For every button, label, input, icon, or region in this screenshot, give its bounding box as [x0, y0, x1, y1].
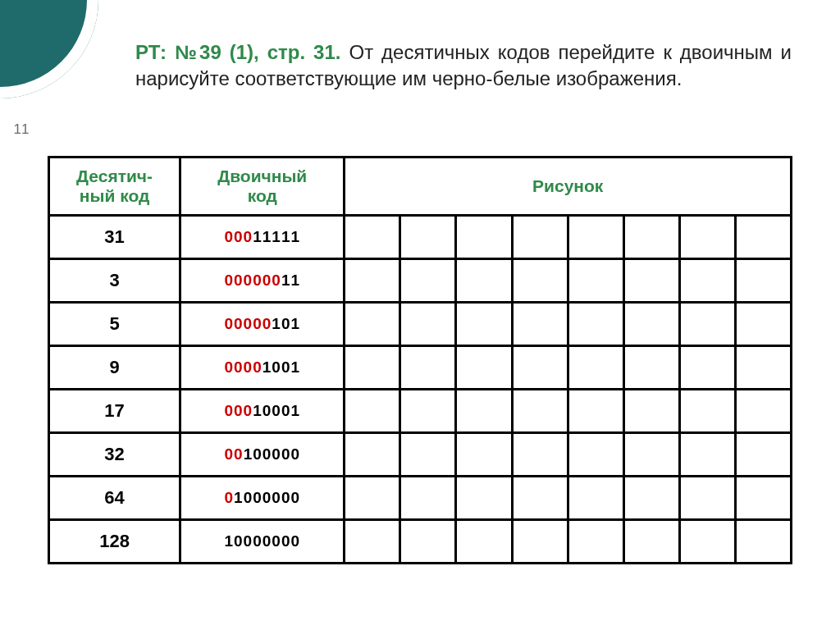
table-row: 900001001: [49, 346, 792, 390]
table-row: 1700010001: [49, 390, 792, 433]
table-row: 6401000000: [49, 477, 792, 520]
pixel-cell: [345, 259, 400, 303]
binary-significant: 11: [281, 272, 300, 289]
pixel-cell: [400, 216, 456, 259]
decimal-cell: 64: [49, 477, 180, 520]
pixel-cell: [568, 520, 623, 564]
binary-leading-zeros: 0: [224, 489, 234, 506]
decimal-cell: 5: [49, 303, 180, 346]
pixel-cell: [679, 390, 735, 433]
pixel-cell: [623, 390, 679, 433]
pixel-cell: [623, 303, 679, 346]
binary-significant: 10000000: [224, 532, 300, 550]
pixel-cell: [345, 520, 400, 564]
binary-cell: 01000000: [180, 477, 345, 520]
table-row: 3200100000: [49, 433, 792, 477]
pixel-cell: [345, 477, 400, 520]
pixel-cell: [568, 477, 623, 520]
table-body: 3100011111300000011500000101900001001170…: [49, 216, 792, 564]
binary-leading-zeros: 000: [224, 402, 253, 419]
pixel-cell: [400, 346, 456, 390]
binary-leading-zeros: 0000: [224, 358, 262, 376]
pixel-cell: [568, 259, 623, 303]
header-binary: Двоичный код: [180, 158, 345, 216]
binary-leading-zeros: 000: [224, 228, 253, 245]
pixel-cell: [623, 346, 679, 390]
pixel-cell: [623, 216, 679, 259]
header-picture: Рисунок: [345, 158, 792, 216]
binary-cell: 00000101: [180, 303, 345, 346]
binary-significant: 10001: [253, 402, 300, 419]
pixel-cell: [623, 477, 679, 520]
codes-table: Десятич- ный код Двоичный код Рисунок 31…: [48, 156, 792, 564]
table-row: 3100011111: [49, 216, 792, 259]
pixel-cell: [456, 477, 512, 520]
binary-significant: 1000000: [234, 489, 300, 506]
pixel-cell: [400, 259, 456, 303]
pixel-cell: [679, 433, 735, 477]
table-header-row: Десятич- ный код Двоичный код Рисунок: [49, 158, 792, 216]
pixel-cell: [456, 390, 512, 433]
pixel-cell: [512, 303, 568, 346]
binary-cell: 10000000: [180, 520, 345, 564]
pixel-cell: [735, 390, 791, 433]
decimal-cell: 31: [49, 216, 180, 259]
pixel-cell: [345, 390, 400, 433]
decimal-cell: 3: [49, 259, 180, 303]
pixel-cell: [735, 433, 791, 477]
binary-leading-zeros: 00000: [224, 315, 272, 332]
binary-leading-zeros: 00: [224, 445, 243, 463]
pixel-cell: [568, 390, 623, 433]
binary-significant: 101: [272, 315, 300, 332]
pixel-cell: [512, 433, 568, 477]
pixel-cell: [735, 216, 791, 259]
decimal-cell: 17: [49, 390, 180, 433]
pixel-cell: [400, 303, 456, 346]
header-decimal: Десятич- ный код: [49, 158, 180, 216]
pixel-cell: [735, 520, 791, 564]
codes-table-wrap: Десятич- ный код Двоичный код Рисунок 31…: [48, 156, 792, 564]
pixel-cell: [512, 216, 568, 259]
slide-number: 11: [7, 121, 36, 138]
pixel-cell: [456, 433, 512, 477]
binary-significant: 1001: [262, 358, 300, 376]
pixel-cell: [400, 520, 456, 564]
binary-cell: 00010001: [180, 390, 345, 433]
pixel-cell: [735, 346, 791, 390]
pixel-cell: [679, 346, 735, 390]
table-row: 12810000000: [49, 520, 792, 564]
pixel-cell: [512, 390, 568, 433]
pixel-cell: [679, 520, 735, 564]
pixel-cell: [735, 259, 791, 303]
binary-leading-zeros: 000000: [224, 272, 281, 289]
pixel-cell: [456, 216, 512, 259]
decimal-cell: 128: [49, 520, 180, 564]
pixel-cell: [400, 477, 456, 520]
task-headline: РТ: №39 (1), стр. 31. От десятичных кодо…: [135, 39, 792, 93]
binary-cell: 00000011: [180, 259, 345, 303]
table-row: 500000101: [49, 303, 792, 346]
binary-significant: 11111: [253, 228, 300, 245]
pixel-cell: [512, 346, 568, 390]
pixel-cell: [345, 216, 400, 259]
pixel-cell: [735, 477, 791, 520]
pixel-cell: [345, 346, 400, 390]
binary-significant: 100000: [244, 445, 300, 463]
pixel-cell: [735, 303, 791, 346]
pixel-cell: [679, 216, 735, 259]
pixel-cell: [623, 520, 679, 564]
pixel-cell: [512, 259, 568, 303]
pixel-cell: [456, 259, 512, 303]
decimal-cell: 9: [49, 346, 180, 390]
pixel-cell: [345, 433, 400, 477]
pixel-cell: [512, 477, 568, 520]
pixel-cell: [623, 259, 679, 303]
pixel-cell: [679, 259, 735, 303]
pixel-cell: [456, 303, 512, 346]
pixel-cell: [512, 520, 568, 564]
binary-cell: 00011111: [180, 216, 345, 259]
pixel-cell: [568, 433, 623, 477]
pixel-cell: [456, 346, 512, 390]
slide-corner-decoration: [0, 0, 98, 98]
pixel-cell: [456, 520, 512, 564]
